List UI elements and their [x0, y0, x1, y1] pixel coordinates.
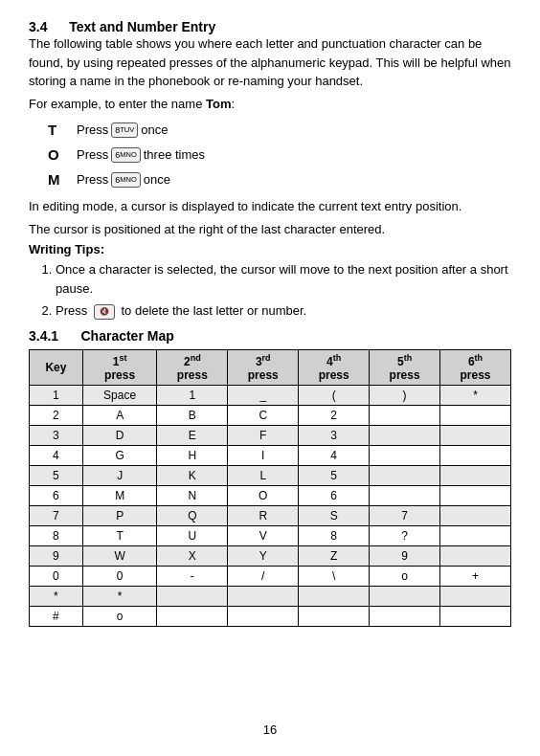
table-cell: ( — [299, 385, 370, 405]
cursor-text2: The cursor is positioned at the right of… — [29, 220, 511, 239]
table-cell: 7 — [30, 505, 83, 525]
table-cell: 2 — [299, 405, 370, 425]
table-cell: * — [440, 385, 511, 405]
table-cell: 9 — [30, 545, 83, 566]
table-cell — [228, 586, 299, 606]
table-cell: D — [82, 425, 157, 445]
table-row: 7PQRS7 — [30, 505, 511, 525]
table-row: 9WXYZ9 — [30, 545, 511, 566]
table-cell: I — [228, 445, 299, 465]
table-cell: # — [30, 606, 83, 626]
table-cell: B — [157, 405, 228, 425]
table-cell: Space — [82, 385, 157, 405]
table-row: 8TUV8? — [30, 525, 511, 545]
table-cell: J — [82, 465, 157, 485]
table-cell — [440, 425, 511, 445]
table-cell: E — [157, 425, 228, 445]
table-cell: 8 — [30, 525, 83, 545]
table-cell — [370, 586, 440, 606]
example-letter-m: M — [48, 168, 77, 191]
table-row: 00-/\o+ — [30, 566, 511, 586]
col-header-6th: 6thpress — [440, 349, 511, 385]
table-cell: H — [157, 445, 228, 465]
table-cell: V — [228, 525, 299, 545]
table-cell: R — [228, 505, 299, 525]
table-cell — [370, 445, 440, 465]
table-cell: 1 — [30, 385, 83, 405]
col-header-key: Key — [30, 349, 83, 385]
tip-1: Once a character is selected, the cursor… — [56, 260, 511, 298]
col-header-2nd: 2ndpress — [157, 349, 228, 385]
example-row-m: M Press 6MNO once — [48, 168, 511, 191]
table-cell — [440, 405, 511, 425]
page-number: 16 — [263, 723, 277, 737]
table-cell: A — [82, 405, 157, 425]
table-cell — [440, 586, 511, 606]
table-cell — [228, 606, 299, 626]
table-cell — [440, 465, 511, 485]
table-cell: Z — [299, 545, 370, 566]
table-cell: 1 — [157, 385, 228, 405]
table-cell: * — [30, 586, 83, 606]
example-row-o: O Press 6MNO three times — [48, 144, 511, 167]
table-cell: L — [228, 465, 299, 485]
table-cell: 9 — [370, 545, 440, 566]
tip-2: Press 🔇 to delete the last letter or num… — [56, 301, 511, 321]
table-cell: _ — [228, 385, 299, 405]
table-cell: 5 — [30, 465, 83, 485]
col-header-5th: 5thpress — [370, 349, 440, 385]
table-cell: Y — [228, 545, 299, 566]
key-icon-6mno-1: 6MNO — [111, 147, 141, 163]
table-cell: F — [228, 425, 299, 445]
table-cell — [440, 606, 511, 626]
table-cell — [370, 606, 440, 626]
example-letter-t: T — [48, 119, 77, 142]
table-cell: ) — [370, 385, 440, 405]
key-icon-6mno-2: 6MNO — [111, 172, 141, 188]
cursor-text1: In editing mode, a cursor is displayed t… — [29, 197, 511, 216]
writing-tips-list: Once a character is selected, the cursor… — [56, 260, 511, 321]
table-cell: 7 — [370, 505, 440, 525]
table-row: 5JKL5 — [30, 465, 511, 485]
section-title: Text and Number Entry — [69, 19, 215, 34]
table-row: 6MNO6 — [30, 485, 511, 505]
table-cell: W — [82, 545, 157, 566]
table-cell — [370, 405, 440, 425]
table-row: ** — [30, 586, 511, 606]
table-header-row: Key 1stpress 2ndpress 3rdpress 4thpress … — [30, 349, 511, 385]
table-cell — [440, 445, 511, 465]
table-cell: - — [157, 566, 228, 586]
table-cell: O — [228, 485, 299, 505]
table-cell — [440, 545, 511, 566]
table-row: 2ABC2 — [30, 405, 511, 425]
table-cell — [370, 485, 440, 505]
table-row: 1Space1_()* — [30, 385, 511, 405]
example-intro-line: For example, to enter the name Tom: — [29, 95, 511, 114]
subsection-header: 3.4.1 Character Map — [29, 328, 511, 344]
table-row: 3DEF3 — [30, 425, 511, 445]
table-cell: o — [82, 606, 157, 626]
table-cell: U — [157, 525, 228, 545]
character-map-table: Key 1stpress 2ndpress 3rdpress 4thpress … — [29, 349, 511, 627]
table-cell: 3 — [299, 425, 370, 445]
table-cell: 5 — [299, 465, 370, 485]
table-cell: o — [370, 566, 440, 586]
table-cell: X — [157, 545, 228, 566]
table-cell: T — [82, 525, 157, 545]
table-cell: C — [228, 405, 299, 425]
key-icon-mute: 🔇 — [94, 304, 115, 320]
example-row-t: T Press 8TUV once — [48, 119, 511, 142]
table-cell: 6 — [30, 485, 83, 505]
table-cell: * — [82, 586, 157, 606]
writing-tips-label: Writing Tips: — [29, 242, 511, 256]
col-header-4th: 4thpress — [299, 349, 370, 385]
table-cell — [370, 465, 440, 485]
table-cell: Q — [157, 505, 228, 525]
table-cell: 4 — [299, 445, 370, 465]
table-cell: P — [82, 505, 157, 525]
example-letter-o: O — [48, 144, 77, 167]
table-cell: N — [157, 485, 228, 505]
key-icon-8tuv: 8TUV — [111, 122, 138, 138]
section-number: 3.4 — [29, 19, 47, 34]
table-cell: 2 — [30, 405, 83, 425]
